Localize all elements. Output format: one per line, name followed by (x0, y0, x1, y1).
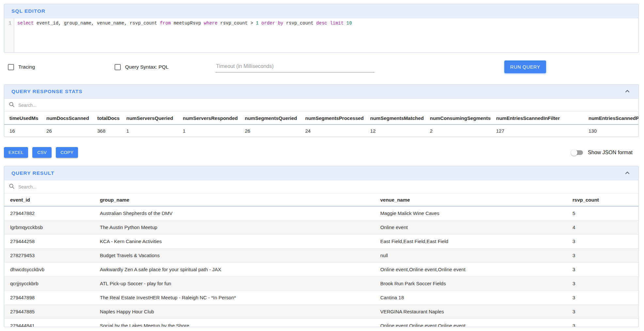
stats-column-header: numEntriesScannedPostFilter (583, 112, 638, 124)
cell-venue-name: Online event,Online event,Online event (374, 319, 567, 327)
search-icon (9, 102, 15, 109)
cell-rsvp-count: 3 (567, 248, 638, 262)
table-row: lgrbmqycckbsb The Austin Python Meetup O… (4, 220, 638, 234)
timeout-input[interactable] (215, 61, 374, 73)
result-column-header[interactable]: event_id (4, 193, 94, 206)
cell-group-name: The Real Estate InvestHER Meetup - Ralei… (94, 290, 374, 305)
result-collapse-button[interactable] (623, 169, 631, 178)
cell-venue-name: VERGINA Restaurant Naples (374, 305, 567, 319)
sql-token: rsvp_count > (217, 21, 256, 26)
line-number: 1 (9, 21, 11, 26)
sql-query-line[interactable]: select event_id, group_name, venue_name,… (14, 18, 352, 53)
stats-column-header: totalDocs (92, 112, 121, 124)
stats-column-header: timeUsedMs (4, 112, 41, 124)
tracing-label: Tracing (18, 64, 35, 70)
stats-column-header: numDocsScanned (41, 112, 92, 124)
query-controls-row: Tracing Query Syntax: PQL RUN QUERY (0, 60, 644, 74)
table-row: qcrjjsycckbrb ATL Pick-up Soccer - play … (4, 276, 638, 290)
table-row: 278279453 Budget Travels & Vacations nul… (4, 248, 638, 262)
cell-rsvp-count: 4 (567, 220, 638, 234)
stats-value: 26 (240, 124, 300, 137)
stats-collapse-button[interactable] (623, 87, 631, 96)
sql-editor-title: SQL EDITOR (11, 8, 45, 14)
result-search-row (4, 180, 638, 193)
result-column-header[interactable]: venue_name (374, 193, 567, 206)
cell-group-name: Social by the Lakes Meetup by the Shore (94, 319, 374, 327)
stats-title: QUERY RESPONSE STATS (11, 89, 83, 94)
cell-rsvp-count: 5 (567, 206, 638, 220)
stats-value: 127 (491, 124, 583, 137)
timeout-control (215, 60, 374, 74)
cell-group-name: ATL Pick-up Soccer - play for fun (94, 276, 374, 290)
cell-rsvp-count: 3 (567, 234, 638, 248)
cell-venue-name: Online event (374, 220, 567, 234)
pql-checkbox[interactable] (115, 64, 121, 70)
copy-button[interactable]: COPY (56, 147, 78, 158)
search-icon (9, 183, 15, 190)
table-row: 279447882 Australian Shepherds of the DM… (4, 206, 638, 220)
cell-rsvp-count: 3 (567, 262, 638, 276)
stats-value: 368 (92, 124, 121, 137)
cell-event-id: 279447882 (4, 206, 94, 220)
cell-group-name: KCA - Kern Canine Activities (94, 234, 374, 248)
result-column-header[interactable]: rsvp_count (567, 193, 638, 206)
cell-venue-name: Cantina 18 (374, 290, 567, 305)
result-column-header[interactable]: group_name (94, 193, 374, 206)
cell-venue-name: null (374, 248, 567, 262)
cell-event-id: 278279453 (4, 248, 94, 262)
sql-token (259, 21, 261, 26)
table-row: 279447885 Naples Happy Hour Club VERGINA… (4, 305, 638, 319)
show-json-toggle[interactable]: Show JSON format (572, 150, 639, 156)
cell-group-name: The Austin Python Meetup (94, 220, 374, 234)
cell-rsvp-count: 3 (567, 290, 638, 305)
tracing-checkbox[interactable] (8, 64, 14, 70)
stats-value: 1 (121, 124, 178, 137)
stats-column-header: numSegmentsProcessed (300, 112, 365, 124)
cell-event-id: 279444258 (4, 234, 94, 248)
result-header-row: event_id group_name venue_name rsvp_coun… (4, 193, 638, 206)
stats-column-header: numSegmentsMatched (365, 112, 425, 124)
table-row-partial: 279444841 Social by the Lakes Meetup by … (4, 319, 638, 327)
stats-header: QUERY RESPONSE STATS (4, 85, 638, 99)
sql-token: select (17, 21, 34, 26)
sql-token: desc (316, 21, 327, 26)
result-search-input[interactable] (18, 184, 155, 190)
stats-value: 16 (4, 124, 41, 137)
line-number-gutter: 1 (4, 18, 14, 53)
sql-token: rsvp_count (283, 21, 316, 26)
tracing-control: Tracing (8, 60, 35, 74)
stats-column-header: numServersQueried (121, 112, 178, 124)
cell-venue-name: Brook Run Park Soccer Fields (374, 276, 567, 290)
cell-rsvp-count: 3 (567, 276, 638, 290)
stats-value: 2 (425, 124, 491, 137)
csv-button[interactable]: CSV (32, 147, 52, 158)
table-row: dhwcdsycckbvb Awkwardly Zen A safe place… (4, 262, 638, 276)
stats-header-row: timeUsedMs numDocsScanned totalDocs numS… (4, 112, 638, 124)
stats-value-row: 16 26 368 1 1 26 24 12 2 127 130 (4, 124, 638, 137)
chevron-up-icon (623, 87, 631, 96)
stats-value: 24 (300, 124, 365, 137)
cell-group-name: Awkwardly Zen A safe place for your spir… (94, 262, 374, 276)
sql-code-editor[interactable]: 1 select event_id, group_name, venue_nam… (4, 18, 638, 53)
sql-token: limit (330, 21, 344, 26)
sql-editor-header: SQL EDITOR (4, 4, 638, 18)
cell-event-id: 279444841 (4, 319, 94, 327)
query-response-stats-panel: QUERY RESPONSE STATS timeUsedMs numDocsS… (4, 84, 639, 137)
excel-button[interactable]: EXCEL (4, 147, 28, 158)
sql-token: event_id, group_name, venue_name, rsvp_c… (34, 21, 160, 26)
cell-group-name: Budget Travels & Vacations (94, 248, 374, 262)
cell-venue-name: Maggie Malick Wine Caves (374, 206, 567, 220)
toggle-knob[interactable] (571, 149, 577, 156)
cell-group-name: Australian Shepherds of the DMV (94, 206, 374, 220)
export-row: EXCEL CSV COPY Show JSON format (4, 147, 639, 158)
cell-rsvp-count: 3 (567, 305, 638, 319)
toggle-switch-icon[interactable] (572, 150, 583, 155)
table-row: 279447898 The Real Estate InvestHER Meet… (4, 290, 638, 305)
stats-search-input[interactable] (18, 102, 155, 108)
run-query-button[interactable]: RUN QUERY (504, 60, 546, 73)
result-header: QUERY RESULT (4, 166, 638, 180)
stats-search-row (4, 99, 638, 112)
pql-label: Query Syntax: PQL (125, 64, 169, 70)
chevron-up-icon (623, 169, 631, 178)
sql-token: order (261, 21, 275, 26)
